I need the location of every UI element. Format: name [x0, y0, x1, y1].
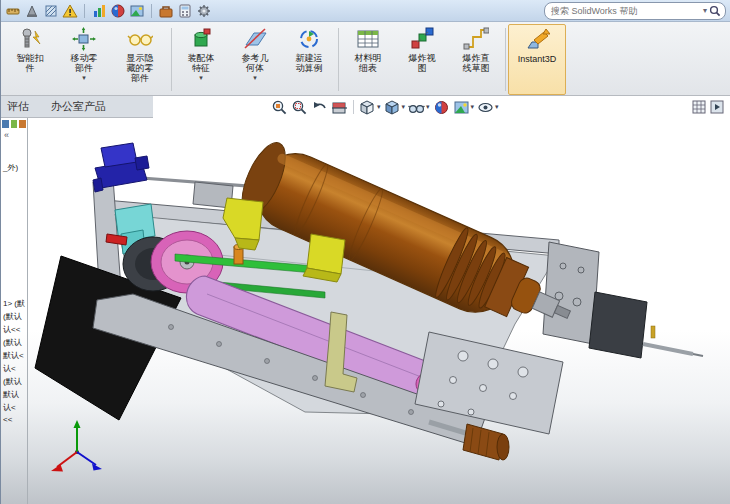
viewport-corner-icons	[692, 100, 730, 114]
bill-of-materials-button[interactable]: 材料明 细表	[341, 24, 395, 95]
configurationmanager-tab-icon[interactable]	[19, 120, 26, 128]
tree-item-fragment[interactable]: (默认	[3, 376, 22, 387]
search-icon[interactable]	[709, 5, 721, 17]
assembly-model[interactable]	[1, 118, 730, 504]
section-view-icon[interactable]	[331, 99, 348, 116]
tree-item-fragment[interactable]: 认<	[3, 363, 16, 374]
ribbon-separator	[505, 28, 506, 91]
assembly-features-button[interactable]: 装配体 特征 ▾	[174, 24, 228, 95]
heads-up-view-toolbar: ▾ ▾ ▾ ▾ ▾	[271, 99, 499, 116]
edit-appearance-hud-icon[interactable]	[433, 99, 450, 116]
design-calculator-icon[interactable]	[177, 3, 193, 19]
tree-item-fragment[interactable]: 默认<	[3, 350, 24, 361]
command-band: 评估 办公室产品 ▾	[1, 96, 730, 118]
smart-fasteners-button[interactable]: 智能扣 件	[3, 24, 57, 95]
feature-manager-strip[interactable]: « _外) 1> (默 (默认 认<< (默认 默认< 认< (默认 默认 认<…	[1, 118, 28, 504]
mass-properties-icon[interactable]	[24, 3, 40, 19]
quick-tools-grid-icon[interactable]	[692, 100, 706, 114]
tree-item-fragment[interactable]: 默认	[3, 389, 19, 400]
reference-geometry-button[interactable]: 参考几 何体 ▾	[228, 24, 282, 95]
button-label: 何体	[246, 63, 264, 73]
explode-line-sketch-icon	[463, 27, 489, 51]
zoom-fit-icon[interactable]	[271, 99, 288, 116]
part-guide-pin[interactable]	[643, 326, 703, 356]
tree-item-fragment[interactable]: <<	[3, 415, 12, 424]
dropdown-caret-icon[interactable]: ▾	[495, 103, 499, 111]
button-label: 材料明	[355, 53, 382, 63]
apply-scene-icon[interactable]	[129, 3, 145, 19]
hide-show-items-icon[interactable]: ▾	[408, 99, 430, 116]
button-label: Instant3D	[518, 54, 557, 64]
view-orientation-icon[interactable]: ▾	[359, 99, 381, 116]
viewport-top-band: ▾ ▾ ▾ ▾ ▾	[153, 96, 730, 118]
exploded-view-button[interactable]: 爆炸视 图	[395, 24, 449, 95]
pin-tip	[693, 354, 703, 356]
triad-z-axis	[77, 452, 96, 465]
dropdown-caret-icon[interactable]: ▾	[82, 74, 86, 81]
graphics-viewport[interactable]: « _外) 1> (默 (默认 认<< (默认 默认< 认< (默认 默认 认<…	[1, 118, 730, 504]
dropdown-caret-icon[interactable]: ▾	[253, 74, 257, 81]
dropdown-caret-icon[interactable]: ▾	[402, 103, 406, 111]
section-properties-icon[interactable]	[43, 3, 59, 19]
move-component-button[interactable]: 移动零 部件 ▾	[57, 24, 111, 95]
interference-detection-icon[interactable]	[62, 3, 78, 19]
tab-office-products[interactable]: 办公室产品	[47, 97, 110, 116]
dropdown-caret-icon[interactable]: ▾	[199, 74, 203, 81]
tree-item-fragment[interactable]: 1> (默	[3, 298, 25, 309]
tree-item-fragment[interactable]: (默认	[3, 337, 22, 348]
button-label: 特征	[192, 63, 210, 73]
display-style-icon[interactable]: ▾	[384, 99, 406, 116]
explode-line-sketch-button[interactable]: 爆炸直 线草图	[449, 24, 503, 95]
options-gear-icon[interactable]	[196, 3, 212, 19]
previous-view-icon[interactable]	[311, 99, 328, 116]
dropdown-caret-icon[interactable]: ▾	[377, 103, 381, 111]
button-label: 细表	[359, 63, 377, 73]
yellow-a-side	[235, 238, 259, 250]
orientation-triad	[51, 420, 102, 472]
triad-x-arrow	[51, 465, 63, 472]
show-hidden-components-button[interactable]: 显示隐 藏的零 部件	[111, 24, 169, 95]
instant3d-button[interactable]: Instant3D	[508, 24, 566, 95]
bracket-tab	[93, 178, 103, 192]
knob-cap	[497, 434, 509, 460]
bracket-tab	[135, 156, 149, 170]
tree-item-fragment[interactable]: 认<	[3, 402, 16, 413]
edit-appearance-icon[interactable]	[110, 3, 126, 19]
dropdown-caret-icon[interactable]: ▾	[426, 103, 430, 111]
assembly-visualization-icon[interactable]	[91, 3, 107, 19]
part-blue-bracket[interactable]	[93, 143, 149, 192]
feature-manager-tab-icons	[1, 118, 27, 130]
button-label: 装配体	[188, 53, 215, 63]
search-dropdown-caret[interactable]: ▾	[703, 6, 707, 15]
toolbox-icon[interactable]	[158, 3, 174, 19]
solidworks-search[interactable]: ▾	[544, 2, 726, 20]
featuremanager-tab-icon[interactable]	[2, 120, 9, 128]
toolbar-separator	[84, 4, 85, 18]
tree-item-fragment[interactable]: (默认	[3, 311, 22, 322]
tree-item-fragment[interactable]: 认<<	[3, 324, 20, 335]
part-knob[interactable]	[429, 422, 509, 460]
triad-y-arrow	[74, 420, 81, 428]
new-motion-study-button[interactable]: 新建运 动算例	[282, 24, 336, 95]
panel-collapse-icon[interactable]: «	[1, 130, 27, 140]
button-label: 藏的零	[127, 63, 154, 73]
zoom-area-icon[interactable]	[291, 99, 308, 116]
button-label: 参考几	[242, 53, 269, 63]
part-dark-block[interactable]	[589, 292, 647, 358]
commandmanager-tabs: 评估 办公室产品	[1, 96, 153, 118]
pin-shaft	[643, 344, 693, 354]
measure-icon[interactable]	[5, 3, 21, 19]
view-settings-icon[interactable]: ▾	[477, 99, 499, 116]
tab-evaluate[interactable]: 评估	[3, 97, 33, 116]
tree-item-fragment[interactable]: _外)	[3, 162, 18, 173]
propertymanager-tab-icon[interactable]	[11, 120, 18, 128]
exploded-view-icon	[409, 27, 435, 51]
command-manager-ribbon: 智能扣 件 移动零 部件 ▾ 显示隐 藏的零 部件 装配体 特征	[1, 22, 730, 96]
quick-access-toolbar: ▾	[1, 0, 730, 22]
triad-z-arrow	[92, 464, 102, 471]
dropdown-caret-icon[interactable]: ▾	[471, 103, 475, 111]
task-pane-toggle-icon[interactable]	[710, 100, 724, 114]
apply-scene-hud-icon[interactable]: ▾	[453, 99, 475, 116]
button-label: 部件	[131, 73, 149, 83]
search-input[interactable]	[549, 5, 701, 17]
